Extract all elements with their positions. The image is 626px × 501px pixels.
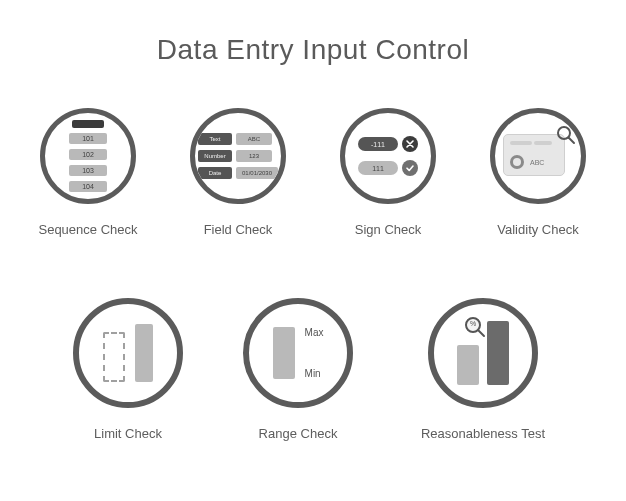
item-label: Reasonableness Test	[421, 426, 545, 441]
item-label: Sequence Check	[38, 222, 137, 237]
percent-icon: %	[470, 320, 476, 327]
item-range-check: Max Min Range Check	[243, 298, 353, 441]
range-bar-icon	[273, 327, 295, 379]
item-limit-check: Limit Check	[73, 298, 183, 441]
field-val: 123	[236, 150, 272, 162]
page-title: Data Entry Input Control	[0, 34, 626, 66]
range-min: Min	[305, 368, 324, 379]
sign-check-icon: -111 111	[340, 108, 436, 204]
field-key: Text	[198, 133, 232, 145]
sign-pos: 111	[358, 161, 398, 175]
sequence-check-icon: 101 102 103 104	[40, 108, 136, 204]
field-val: 01/01/2030	[236, 167, 278, 179]
bar-short-icon	[457, 345, 479, 385]
seq-cell: 103	[69, 165, 107, 176]
item-sequence-check: 101 102 103 104 Sequence Check	[33, 108, 143, 237]
magnifier-icon	[555, 124, 577, 146]
cross-icon	[402, 136, 418, 152]
id-text: ABC	[530, 159, 544, 166]
icon-row-bottom: Limit Check Max Min Range Check	[0, 298, 626, 441]
item-label: Sign Check	[355, 222, 421, 237]
dashed-bar-icon	[103, 332, 125, 382]
limit-check-icon	[73, 298, 183, 408]
icon-row-top: 101 102 103 104 Sequence Check TextABC N…	[0, 108, 626, 237]
item-label: Validity Check	[497, 222, 578, 237]
item-field-check: TextABC Number123 Date01/01/2030 Field C…	[183, 108, 293, 237]
solid-bar-icon	[135, 324, 153, 382]
avatar-icon	[510, 155, 524, 169]
field-check-icon: TextABC Number123 Date01/01/2030	[190, 108, 286, 204]
reasonableness-test-icon: %	[428, 298, 538, 408]
field-val: ABC	[236, 133, 272, 145]
seq-cell: 101	[69, 133, 107, 144]
sign-neg: -111	[358, 137, 398, 151]
seq-cell: 102	[69, 149, 107, 160]
validity-check-icon: ABC	[490, 108, 586, 204]
item-label: Field Check	[204, 222, 273, 237]
range-max: Max	[305, 327, 324, 338]
magnifier-icon	[463, 315, 487, 339]
bar-tall-icon	[487, 321, 509, 385]
svg-line-1	[569, 138, 575, 144]
seq-cell: 104	[69, 181, 107, 192]
item-label: Range Check	[259, 426, 338, 441]
item-validity-check: ABC Validity Check	[483, 108, 593, 237]
range-check-icon: Max Min	[243, 298, 353, 408]
item-reasonableness-test: % Reasonableness Test	[413, 298, 553, 441]
item-sign-check: -111 111 Sign Check	[333, 108, 443, 237]
check-icon	[402, 160, 418, 176]
svg-line-3	[478, 330, 484, 336]
field-key: Number	[198, 150, 232, 162]
field-key: Date	[198, 167, 232, 179]
item-label: Limit Check	[94, 426, 162, 441]
